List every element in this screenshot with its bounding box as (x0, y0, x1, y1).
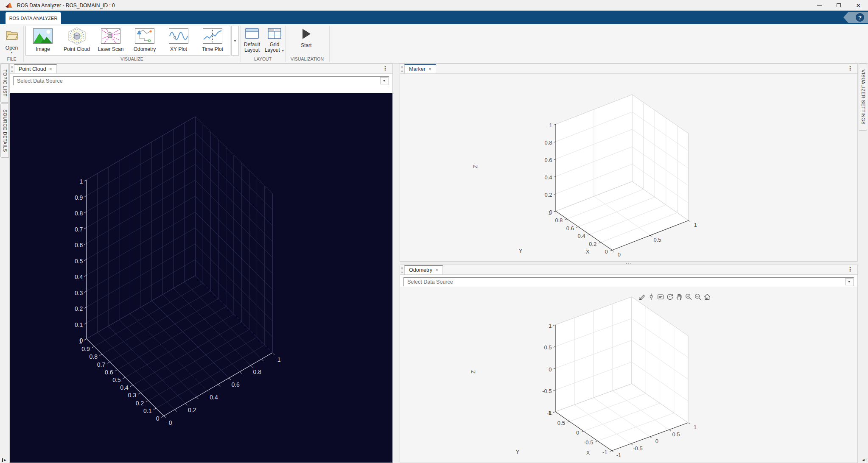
svg-text:1: 1 (549, 323, 552, 329)
drag-grip-icon[interactable] (401, 267, 403, 273)
panel-menu-icon[interactable]: ⋮ (847, 266, 853, 273)
drag-grip-icon[interactable] (11, 66, 13, 72)
odometry-source-dropdown[interactable]: Select Data Source ▼ (403, 277, 854, 286)
visualize-item-odometry[interactable]: Odometry (128, 26, 162, 55)
close-icon: ✕ (856, 3, 861, 8)
tab-ros-data-analyzer[interactable]: ROS DATA ANALYZER (6, 12, 61, 24)
maximize-button[interactable] (829, 0, 848, 11)
dropdown-caret-icon[interactable]: ▼ (845, 278, 853, 285)
datatips-icon[interactable] (656, 293, 664, 301)
svg-text:0: 0 (549, 209, 552, 215)
panel-menu-icon[interactable]: ⋮ (847, 65, 853, 72)
start-icon (301, 27, 311, 41)
visualize-item-point-cloud[interactable]: Point Cloud (60, 26, 94, 55)
svg-text:1: 1 (549, 122, 552, 128)
chevron-down-icon: ▼ (234, 39, 237, 42)
laser-scan-icon (101, 27, 120, 45)
dock-collapse-right-button[interactable]: ◄ (862, 458, 866, 462)
svg-text:0.6: 0.6 (566, 225, 574, 232)
vertical-splitter[interactable] (393, 64, 400, 463)
svg-text:0.3: 0.3 (128, 392, 137, 399)
marker-panel: Marker × ⋮ 00.5100.20.40.60.8100.20.40.6… (400, 64, 858, 262)
svg-text:0.5: 0.5 (557, 420, 565, 426)
svg-text:0.1: 0.1 (143, 407, 152, 414)
time-plot-icon (203, 27, 222, 45)
window-title: ROS Data Analyzer - ROS_DOMAIN_ID : 0 (17, 3, 115, 8)
odometry-tabbar: Odometry × ⋮ (400, 265, 857, 275)
visualize-item-time-plot[interactable]: Time Plot (196, 26, 230, 55)
tab-marker[interactable]: Marker × (404, 64, 436, 73)
zoom-in-icon[interactable] (684, 293, 692, 301)
svg-text:0.8: 0.8 (545, 139, 552, 146)
point-cloud-source-row: Select Data Source ▼ (10, 74, 392, 86)
brush-icon[interactable] (647, 293, 655, 301)
odometry-icon (135, 27, 154, 45)
point-cloud-source-dropdown[interactable]: Select Data Source ▼ (13, 76, 389, 85)
help-button[interactable]: ? (856, 13, 864, 22)
point-cloud-plot-canvas[interactable]: 00.20.40.60.8100.10.20.30.40.50.60.70.80… (10, 93, 392, 463)
tab-point-cloud-label: Point Cloud (19, 66, 46, 72)
grid-layout-label: Grid Layout (265, 42, 280, 53)
svg-text:0: 0 (655, 438, 658, 444)
grid-layout-button[interactable]: Grid Layout ▼ (263, 27, 286, 56)
horizontal-splitter[interactable] (400, 262, 858, 265)
svg-text:0: 0 (618, 251, 621, 258)
svg-text:0.6: 0.6 (231, 381, 240, 388)
visualize-item-laser-scan[interactable]: Laser Scan (94, 26, 128, 55)
rotate-icon[interactable] (666, 293, 674, 301)
svg-text:0.6: 0.6 (105, 369, 113, 376)
svg-text:0.4: 0.4 (75, 273, 83, 280)
visualize-item-xy-plot[interactable]: XY Plot (162, 26, 196, 55)
svg-text:0: 0 (576, 430, 579, 436)
toolstrip-tabstrip: ROS DATA ANALYZER ? (0, 11, 868, 24)
pan-icon[interactable] (675, 293, 683, 301)
marker-tabbar: Marker × ⋮ (400, 64, 857, 74)
drag-grip-icon[interactable] (401, 66, 403, 72)
close-button[interactable]: ✕ (848, 0, 868, 11)
default-layout-button[interactable]: Default Layout (241, 27, 263, 56)
svg-text:-0.5: -0.5 (633, 445, 642, 452)
svg-text:0.5: 0.5 (544, 344, 552, 351)
ribbon-toolbar: Open ▼ FILE ImagePoint CloudLaser ScanOd… (0, 24, 868, 64)
svg-text:Y: Y (516, 449, 520, 455)
open-button[interactable]: Open ▼ (0, 27, 23, 56)
svg-text:-1: -1 (547, 410, 552, 416)
tab-close-icon[interactable]: × (49, 66, 52, 72)
start-button[interactable]: Start (295, 27, 317, 56)
dropdown-caret-icon[interactable]: ▼ (380, 77, 388, 84)
svg-text:0: 0 (605, 248, 608, 255)
tab-point-cloud[interactable]: Point Cloud × (14, 64, 57, 73)
svg-text:-0.5: -0.5 (542, 388, 552, 394)
point-cloud-icon (67, 27, 87, 45)
tab-close-icon[interactable]: × (428, 66, 431, 72)
dock-collapse-left-button[interactable]: ► (2, 458, 7, 462)
xy-plot-icon (169, 27, 188, 45)
gallery-overflow-button[interactable]: ▼ (231, 26, 239, 56)
tab-close-icon[interactable]: × (435, 267, 438, 273)
tab-marker-label: Marker (409, 66, 426, 72)
visualize-item-image[interactable]: Image (26, 26, 60, 55)
odometry-plot-canvas[interactable]: -1-0.500.51-1-0.500.51-1-0.500.51XYZ (400, 287, 857, 463)
sidebar-tab-source-details[interactable]: SOURCE DETAILS (0, 103, 9, 158)
panel-menu-icon[interactable]: ⋮ (382, 65, 388, 72)
visualize-item-label: Odometry (134, 47, 156, 52)
maximize-icon (837, 3, 841, 7)
svg-text:0.5: 0.5 (112, 377, 121, 383)
svg-text:0.8: 0.8 (253, 368, 262, 375)
svg-text:1: 1 (694, 424, 697, 430)
export-icon[interactable] (638, 293, 646, 301)
odometry-panel: Odometry × ⋮ Select Data Source ▼ -1-0.5… (400, 265, 858, 463)
minimize-button[interactable] (809, 0, 829, 11)
home-icon[interactable] (703, 293, 711, 301)
visualize-gallery: ImagePoint CloudLaser ScanOdometryXY Plo… (25, 26, 230, 56)
tab-odometry[interactable]: Odometry × (404, 265, 443, 274)
svg-text:0.4: 0.4 (210, 394, 218, 401)
svg-text:1: 1 (80, 178, 83, 185)
svg-text:0.9: 0.9 (81, 346, 90, 352)
marker-plot-canvas[interactable]: 00.5100.20.40.60.8100.20.40.60.81XYZ (400, 74, 857, 261)
right-rail: VISUALIZER SETTINGS (858, 64, 868, 463)
sidebar-tab-visualizer-settings[interactable]: VISUALIZER SETTINGS (859, 64, 867, 131)
zoom-out-icon[interactable] (694, 293, 702, 301)
visualize-item-label: Time Plot (202, 47, 223, 52)
sidebar-tab-topic-list[interactable]: TOPIC LIST (0, 64, 9, 103)
